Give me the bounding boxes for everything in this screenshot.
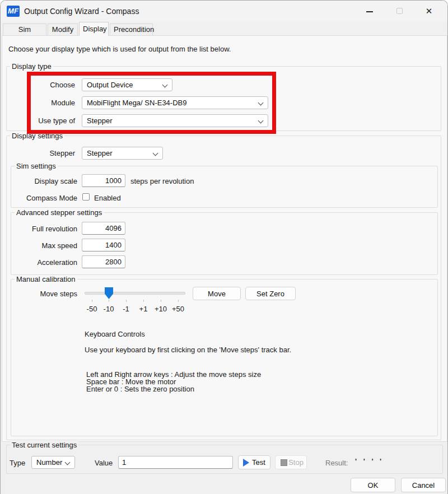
keyboard-intro-text: Use your keyboard by first clicking on t…: [85, 346, 309, 354]
keyboard-instruction-line: Enter or 0 : Sets the zero position: [86, 385, 355, 393]
slider-tick: [178, 300, 179, 302]
choose-label: Choose: [6, 81, 75, 89]
test-button[interactable]: Test: [238, 455, 270, 469]
cancel-button[interactable]: Cancel: [401, 478, 446, 492]
intro-text: Choose your display type which is used f…: [8, 45, 231, 53]
display-type-legend: Display type: [10, 62, 53, 71]
type-label: Type: [10, 459, 25, 467]
mobiflight-logo-icon: MF: [7, 6, 20, 17]
tab-modify[interactable]: Modify: [48, 24, 78, 35]
value-label: Value: [95, 459, 113, 467]
test-button-label: Test: [252, 458, 265, 467]
compass-mode-label: Compass Mode: [6, 194, 77, 202]
acceleration-input[interactable]: [82, 255, 125, 268]
move-button[interactable]: Move: [193, 287, 241, 300]
max-speed-input[interactable]: [82, 239, 125, 251]
stop-button-label: Stop: [288, 458, 304, 467]
chevron-down-icon: [65, 460, 71, 465]
stepper-dropdown-value: Stepper: [87, 149, 113, 157]
use-type-label: Use type of: [6, 116, 75, 125]
move-steps-slider-track[interactable]: [85, 292, 185, 295]
slider-tick: [161, 300, 161, 302]
use-type-dropdown-value: Stepper: [87, 116, 113, 125]
stepper-dropdown[interactable]: Stepper: [82, 147, 163, 160]
close-icon: ✕: [426, 6, 433, 16]
maximize-button[interactable]: [387, 1, 413, 22]
ok-button[interactable]: OK: [351, 478, 395, 492]
advanced-stepper-settings-legend: Advanced stepper settings: [15, 208, 104, 217]
minimize-icon: [366, 11, 373, 12]
display-scale-label: Display scale: [6, 177, 77, 185]
slider-tick: [126, 300, 127, 302]
module-dropdown[interactable]: MobiFlight Mega/ SN-E34-DB9: [82, 96, 268, 109]
chevron-down-icon: [162, 82, 168, 88]
stepper-label: Stepper: [6, 149, 75, 157]
test-current-settings-legend: Test current settings: [10, 441, 78, 449]
tab-sim-variable[interactable]: Sim Variable: [3, 24, 46, 35]
full-revolution-label: Full revolution: [6, 225, 77, 233]
slider-tick: [109, 300, 109, 302]
manual-calibration-group: Manual calibration: [11, 279, 438, 436]
keyboard-instructions: Left and Right arrow keys : Adjust the m…: [86, 371, 355, 393]
set-zero-button[interactable]: Set Zero: [245, 287, 296, 300]
compass-mode-checkbox[interactable]: [82, 193, 90, 201]
acceleration-label: Acceleration: [6, 258, 77, 267]
slider-tick: [143, 300, 144, 302]
move-steps-label: Move steps: [6, 290, 77, 298]
full-revolution-input[interactable]: [82, 222, 125, 235]
use-type-dropdown[interactable]: Stepper: [82, 114, 268, 127]
minimize-button[interactable]: [357, 1, 382, 22]
result-value: ' ' ' ': [355, 457, 384, 465]
slider-tick-label: +50: [167, 305, 189, 313]
sim-settings-legend: Sim settings: [15, 162, 58, 170]
title-bar: MF Output Config Wizard - Compass ✕: [1, 1, 447, 22]
max-speed-label: Max speed: [6, 241, 77, 250]
stop-icon: [281, 459, 287, 466]
choose-dropdown[interactable]: Output Device: [82, 78, 172, 91]
maximize-icon: [396, 8, 403, 14]
type-dropdown-value: Number: [36, 458, 62, 467]
slider-tick: [92, 300, 92, 302]
keyboard-controls-title: Keyboard Controls: [85, 330, 145, 338]
stop-button[interactable]: Stop: [275, 455, 307, 469]
display-scale-suffix: steps per revolution: [130, 177, 194, 185]
tab-display[interactable]: Display: [79, 22, 109, 36]
chevron-down-icon: [258, 118, 264, 124]
module-dropdown-value: MobiFlight Mega/ SN-E34-DB9: [87, 99, 186, 107]
value-input[interactable]: [118, 456, 233, 469]
window-title: Output Config Wizard - Compass: [24, 1, 139, 22]
compass-mode-checkbox-label: Enabled: [94, 194, 121, 202]
play-icon: [243, 459, 249, 467]
chevron-down-icon: [153, 151, 158, 156]
choose-dropdown-value: Output Device: [87, 81, 133, 89]
close-button[interactable]: ✕: [415, 1, 443, 22]
output-config-wizard-window: MF Output Config Wizard - Compass ✕ Sim …: [0, 0, 448, 494]
module-label: Module: [6, 99, 75, 107]
tab-precondition[interactable]: Precondition: [110, 24, 153, 35]
display-scale-input[interactable]: [82, 174, 125, 187]
result-label: Result:: [325, 459, 348, 467]
display-settings-legend: Display settings: [10, 132, 64, 140]
type-dropdown[interactable]: Number: [31, 456, 75, 469]
manual-calibration-legend: Manual calibration: [15, 275, 77, 283]
chevron-down-icon: [258, 100, 264, 106]
